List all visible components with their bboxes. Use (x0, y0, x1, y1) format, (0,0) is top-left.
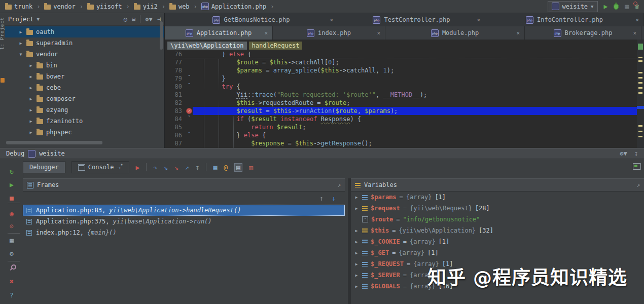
grid-icon[interactable]: ▦ (213, 164, 217, 171)
fold-gutter[interactable] (186, 139, 193, 147)
tab-console[interactable]: Console →* (71, 161, 130, 173)
listen-php-debug-button[interactable]: ☎ (635, 3, 639, 10)
tree-item-vendor[interactable]: ▼vendor (5, 49, 164, 60)
breadcrumb-item[interactable]: yii2 (134, 3, 158, 10)
fold-gutter[interactable] (186, 91, 193, 99)
chevron-right-icon[interactable]: ▶ (354, 229, 359, 233)
thread-dump-icon[interactable]: ▥ (249, 164, 253, 171)
project-view-select[interactable]: Project ▼ (8, 16, 40, 23)
breadcrumb-item[interactable]: vendor (44, 3, 75, 10)
run-to-cursor-icon[interactable]: ↧ (196, 164, 200, 171)
breakpoint-gutter[interactable]: ✓ (186, 107, 193, 115)
next-frame-icon[interactable]: ↓ (332, 195, 336, 202)
tree-item-ezyang[interactable]: ▶ezyang (5, 104, 164, 116)
chevron-right-icon[interactable]: ▶ (18, 41, 23, 46)
fold-gutter[interactable]: ˇ (186, 83, 193, 91)
stop-icon[interactable]: ■ (10, 195, 14, 201)
locate-icon[interactable]: ◎ (124, 16, 127, 22)
tree-item-composer[interactable]: ▶composer (5, 93, 164, 104)
fold-gutter[interactable] (186, 66, 193, 74)
variable-row-$request[interactable]: ▶$request = {yii\web\Request} [28] (351, 203, 644, 214)
tree-item-cebe[interactable]: ▶cebe (5, 82, 164, 93)
force-step-into-icon[interactable]: ↘ (174, 164, 178, 171)
warning-mark[interactable] (638, 87, 642, 89)
step-over-icon[interactable]: ↷ (153, 164, 157, 171)
editor-tab-GetBonusNotice.php[interactable]: phpGetBonusNotice.php× (165, 13, 338, 26)
tree-item-oauth[interactable]: ▶oauth (5, 26, 164, 37)
close-icon[interactable]: × (633, 30, 636, 36)
breadcrumb-item[interactable]: trunk (5, 3, 32, 10)
step-out-icon[interactable]: ↗ (185, 164, 189, 171)
variable-row-$params[interactable]: ▶$params = {array} [1] (351, 192, 644, 203)
pin-icon[interactable] (10, 264, 15, 271)
editor-tab-Application.php[interactable]: phpApplication.php× (165, 26, 273, 40)
chevron-right-icon[interactable]: ▶ (354, 251, 359, 255)
chevron-right-icon[interactable]: ▶ (28, 97, 33, 101)
breakpoint-icon[interactable]: ✓ (186, 108, 192, 114)
rerun-icon[interactable]: ↻ (10, 168, 14, 175)
expand-corner-icon[interactable]: ↗ (337, 182, 341, 188)
close-icon[interactable]: × (477, 17, 480, 23)
chevron-right-icon[interactable]: ▶ (354, 262, 359, 267)
editor-tab-TestController.php[interactable]: phpTestController.php× (338, 13, 485, 26)
help-icon[interactable]: ? (10, 292, 14, 298)
run-button[interactable]: ▶ (604, 3, 608, 10)
breadcrumb-item[interactable]: yiisoft (87, 3, 122, 10)
warning-mark[interactable] (638, 72, 642, 73)
expand-corner-icon[interactable]: ↗ (636, 182, 640, 188)
warning-mark[interactable] (638, 125, 642, 127)
variable-row-$this[interactable]: ▶$this = {yii\web\Application} [32] (351, 225, 644, 236)
chevron-right-icon[interactable]: ▶ (354, 273, 359, 278)
warning-mark[interactable] (638, 82, 642, 84)
tree-item-superadmin[interactable]: ▶superadmin (5, 37, 164, 49)
filter-icon[interactable]: ▤ (234, 163, 242, 172)
chevron-right-icon[interactable]: ▶ (28, 130, 33, 135)
breadcrumb-item[interactable]: phpApplication.php (201, 3, 266, 10)
show-execution-point-icon[interactable]: ▶ (135, 164, 139, 171)
fold-gutter[interactable]: ˆ (186, 74, 193, 83)
chevron-right-icon[interactable]: ▶ (18, 30, 23, 34)
variable-row-$route[interactable]: "$route = "info/getbonusnotice" (351, 214, 644, 225)
sidebar-item-project[interactable]: 1: Project (0, 17, 5, 50)
debug-button[interactable] (614, 4, 619, 10)
variable-row-$_COOKIE[interactable]: ▶$_COOKIE = {array} [1] (351, 236, 644, 247)
resume-icon[interactable]: ▶ (10, 181, 14, 188)
code-editor[interactable]: 76ˇ} else {77$route = $this->catchAll[0]… (165, 52, 637, 148)
close-icon[interactable]: × (377, 30, 380, 36)
hide-panel-icon[interactable]: ↧ (634, 150, 638, 157)
fold-gutter[interactable] (186, 123, 193, 131)
frame-row[interactable]: Application.php:375, yii\base\Applicatio… (23, 216, 345, 227)
close-icon[interactable]: × (635, 17, 639, 23)
context-method-chip[interactable]: handleRequest (249, 42, 303, 50)
close-icon[interactable]: ✖ (10, 278, 14, 285)
close-icon[interactable]: × (516, 30, 520, 36)
collapse-all-icon[interactable]: ⊟ (132, 16, 135, 22)
warning-mark[interactable] (638, 77, 642, 79)
frame-row[interactable]: Application.php:83, yii\web\Application-… (23, 205, 345, 216)
chevron-right-icon[interactable]: ▶ (354, 284, 359, 289)
warning-mark[interactable] (638, 60, 642, 62)
fold-gutter[interactable]: ˇ (186, 115, 193, 123)
chevron-right-icon[interactable]: ▶ (28, 108, 33, 112)
vertical-scrollbar[interactable] (160, 21, 163, 50)
breadcrumb-item[interactable]: web (169, 3, 190, 10)
error-stripe[interactable] (637, 40, 644, 148)
warning-mark[interactable] (638, 131, 642, 132)
editor-tab-InfoController.php[interactable]: phpInfoController.php× (485, 13, 644, 26)
editor-tab-Brokerage.php[interactable]: phpBrokerage.php× (525, 26, 641, 40)
breakpoint-mark[interactable] (637, 106, 644, 109)
gear-icon[interactable]: ⚙▼ (620, 150, 627, 157)
no-errors-indicator[interactable] (638, 44, 643, 50)
tree-item-bower[interactable]: ▶bower (5, 71, 164, 82)
frame-row[interactable]: index.php:12, {main}() (23, 227, 345, 238)
evaluate-at-icon[interactable]: @ (224, 164, 228, 171)
chevron-right-icon[interactable]: ▶ (354, 206, 359, 211)
settings-icon[interactable]: ⚙ (10, 250, 14, 257)
tree-item-fzaninotto[interactable]: ▶fzaninotto (5, 116, 164, 127)
tab-debugger[interactable]: Debugger (23, 161, 65, 173)
chevron-down-icon[interactable]: ▼ (18, 52, 23, 57)
view-breakpoints-icon[interactable]: ◉ (10, 210, 14, 217)
fold-gutter[interactable] (186, 99, 193, 107)
step-into-icon[interactable]: ↘ (164, 164, 168, 171)
context-class-chip[interactable]: \yii\web\Application (167, 42, 247, 50)
